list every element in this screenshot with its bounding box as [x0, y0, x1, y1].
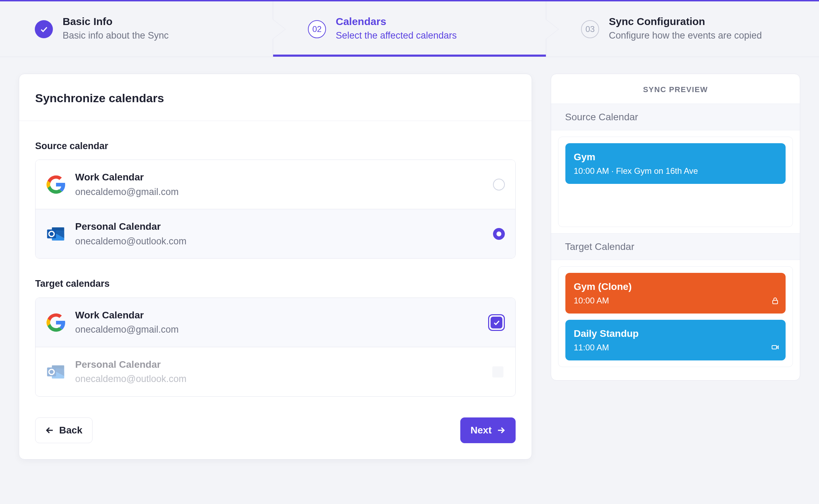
step-number-badge: 03 [581, 20, 599, 38]
sync-preview-card: SYNC PREVIEW Source Calendar Gym 10:00 A… [551, 74, 800, 381]
target-calendar-row: Personal Calendar onecaldemo@outlook.com [35, 347, 515, 396]
step-title: Sync Configuration [609, 16, 762, 28]
calendar-email: onecaldemo@outlook.com [75, 373, 482, 386]
preview-event: Gym (Clone) 10:00 AM [565, 273, 786, 314]
step-number-badge: 02 [308, 20, 326, 38]
source-calendar-row[interactable]: Work Calendar onecaldemo@gmail.com [35, 160, 515, 209]
check-icon [35, 20, 53, 38]
source-calendar-list: Work Calendar onecaldemo@gmail.com [35, 160, 516, 259]
outlook-icon [46, 362, 66, 382]
svg-rect-15 [772, 346, 777, 349]
calendar-email: onecaldemo@outlook.com [75, 235, 484, 248]
preview-target-label: Target Calendar [551, 233, 800, 260]
source-calendar-label: Source calendar [35, 140, 516, 153]
radio-on-icon[interactable] [493, 228, 505, 240]
outlook-icon [46, 224, 66, 244]
checkbox-disabled-icon [491, 365, 505, 379]
preview-heading: SYNC PREVIEW [551, 74, 800, 104]
calendar-name: Personal Calendar [75, 358, 482, 371]
lock-icon [771, 295, 779, 308]
google-icon [46, 174, 66, 195]
target-calendar-label: Target calendars [35, 277, 516, 291]
preview-source-events: Gym 10:00 AM · Flex Gym on 16th Ave [558, 137, 793, 227]
calendar-email: onecaldemo@gmail.com [75, 186, 484, 199]
step-subtitle: Configure how the events are copied [609, 29, 762, 42]
calendar-name: Work Calendar [75, 308, 479, 322]
step-subtitle: Basic info about the Sync [63, 29, 169, 42]
calendar-name: Personal Calendar [75, 220, 484, 233]
wizard-stepper: Basic Info Basic info about the Sync 02 … [0, 1, 819, 57]
step-basic-info[interactable]: Basic Info Basic info about the Sync [0, 1, 273, 57]
preview-target-events: Gym (Clone) 10:00 AM Daily Standup 11:00… [558, 266, 793, 367]
radio-off-icon[interactable] [493, 179, 505, 190]
calendar-name: Work Calendar [75, 170, 484, 184]
event-subtitle: 10:00 AM [574, 295, 777, 307]
preview-event: Daily Standup 11:00 AM [565, 320, 786, 360]
event-subtitle: 10:00 AM · Flex Gym on 16th Ave [574, 165, 777, 177]
svg-rect-14 [773, 300, 778, 304]
target-calendar-row[interactable]: Work Calendar onecaldemo@gmail.com [35, 298, 515, 347]
preview-source-label: Source Calendar [551, 104, 800, 130]
source-calendar-row[interactable]: Personal Calendar onecaldemo@outlook.com [35, 209, 515, 258]
event-title: Daily Standup [574, 327, 777, 340]
back-button-label: Back [59, 425, 82, 436]
arrow-right-icon [496, 426, 506, 435]
step-subtitle: Select the affected calendars [336, 29, 457, 42]
step-title: Calendars [336, 16, 457, 28]
checkbox-on-icon[interactable] [488, 314, 505, 331]
next-button[interactable]: Next [460, 417, 516, 443]
target-calendar-list: Work Calendar onecaldemo@gmail.com [35, 298, 516, 397]
google-icon [46, 312, 66, 333]
event-subtitle: 11:00 AM [574, 342, 777, 353]
step-title: Basic Info [63, 16, 169, 28]
event-title: Gym (Clone) [574, 280, 777, 293]
step-calendars[interactable]: 02 Calendars Select the affected calenda… [273, 1, 546, 57]
event-title: Gym [574, 150, 777, 164]
calendar-selection-card: Synchronize calendars Source calendar Wo… [19, 74, 532, 460]
calendar-email: onecaldemo@gmail.com [75, 323, 479, 336]
page-title: Synchronize calendars [19, 74, 532, 121]
next-button-label: Next [470, 425, 492, 436]
arrow-left-icon [45, 426, 54, 435]
step-sync-config[interactable]: 03 Sync Configuration Configure how the … [546, 1, 819, 57]
video-icon [771, 342, 779, 355]
back-button[interactable]: Back [35, 417, 93, 443]
preview-event: Gym 10:00 AM · Flex Gym on 16th Ave [565, 143, 786, 184]
